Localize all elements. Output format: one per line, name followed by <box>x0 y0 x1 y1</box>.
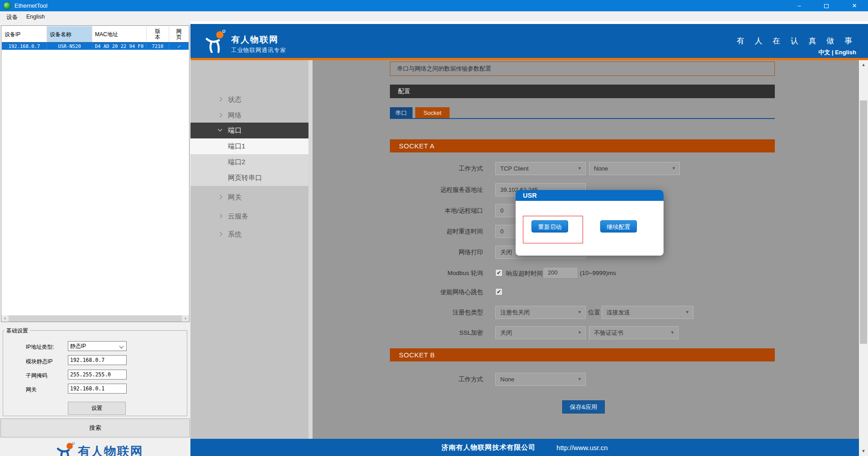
minimize-button[interactable]: – <box>786 0 813 11</box>
web-motto: 有 人 在 认 真 做 事 <box>737 36 856 46</box>
chevron-right-icon <box>218 195 223 200</box>
modbus-poll-checkbox[interactable]: ✔ <box>495 269 503 276</box>
work-mode-label: 工作方式 <box>379 165 483 173</box>
cell-mac: D4 AD 20 22 94 F0 <box>92 43 147 50</box>
dropdown-arrow-icon: ▼ <box>578 306 582 318</box>
web-nav: 状态 网络 端口 端口1 端口2 网页转串口 网关 云服务 系统 <box>190 60 308 439</box>
cell-version: 7210 <box>147 43 169 50</box>
col-header-mac[interactable]: MAC地址 <box>92 26 147 43</box>
chevron-right-icon <box>218 97 223 102</box>
socket-b-work-mode-select[interactable]: None ▼ <box>495 373 586 386</box>
tab-serial[interactable]: 串口 <box>390 107 413 119</box>
close-button[interactable]: ✕ <box>841 0 868 11</box>
basic-settings-title: 基础设置 <box>5 327 30 335</box>
web-brand: 有人物联网 <box>231 34 279 46</box>
maximize-icon <box>824 4 829 8</box>
dropdown-arrow-icon: ▼ <box>672 162 676 175</box>
continue-config-button[interactable]: 继续配置 <box>600 220 637 233</box>
vscroll-thumb[interactable] <box>860 100 867 344</box>
scroll-left-icon[interactable]: ‹ <box>1 315 9 322</box>
nav-system[interactable]: 系统 <box>190 227 308 242</box>
web-footer: 济南有人物联网技术有限公司 http://www.usr.cn <box>190 439 859 456</box>
nav-port2[interactable]: 端口2 <box>190 154 308 170</box>
gateway-label: 网关 <box>26 386 37 394</box>
device-table: 设备IP 设备名称 MAC地址 版本 网页 192.168.0.7 USR-N5… <box>1 25 190 322</box>
chevron-down-icon <box>218 127 223 132</box>
dropdown-arrow-icon: ▼ <box>685 306 689 318</box>
maximize-button[interactable] <box>813 0 840 11</box>
chevron-right-icon <box>218 232 223 237</box>
work-mode-secondary-select[interactable]: None ▼ <box>589 162 680 175</box>
table-hscrollbar[interactable]: ‹ › <box>1 315 189 322</box>
nav-cloud[interactable]: 云服务 <box>190 209 308 224</box>
heartbeat-label: 使能网络心跳包 <box>379 288 483 296</box>
ssl-verify-select[interactable]: 不验证证书 ▼ <box>589 326 678 339</box>
ip-type-select[interactable]: 静态IP <box>68 341 127 351</box>
web-vscrollbar[interactable]: ▲ ▼ <box>859 60 868 456</box>
dropdown-arrow-icon: ▼ <box>578 327 582 339</box>
col-header-device-ip[interactable]: 设备IP <box>2 26 47 43</box>
footer-company: 济南有人物联网技术有限公司 <box>441 443 536 452</box>
config-section-bar: 配置 <box>390 85 775 98</box>
scroll-right-icon[interactable]: › <box>182 315 189 322</box>
regpkt-pos-select[interactable]: 连接发送 ▼ <box>602 306 693 319</box>
scroll-up-icon[interactable]: ▲ <box>859 61 868 69</box>
regpkt-type-select[interactable]: 注册包关闭 ▼ <box>495 306 586 319</box>
page-description: 串口与网络之间的数据传输参数配置 <box>390 62 775 76</box>
heartbeat-checkbox[interactable]: ✔ <box>495 288 503 295</box>
webpage-link-icon[interactable]: ✓ <box>169 43 189 50</box>
titlebar: EthernetTool – ✕ <box>0 0 868 11</box>
local-remote-port-label: 本地/远程端口 <box>379 207 483 215</box>
static-ip-input[interactable]: 192.168.0.7 <box>68 355 127 365</box>
set-button[interactable]: 设置 <box>68 402 126 415</box>
net-print-label: 网络打印 <box>379 248 483 256</box>
nav-port[interactable]: 端口 <box>190 123 308 138</box>
dialog-title: USR <box>516 190 664 201</box>
device-row[interactable]: 192.168.0.7 USR-N520 D4 AD 20 22 94 F0 7… <box>2 43 189 50</box>
gateway-input[interactable]: 192.168.0.1 <box>68 384 127 394</box>
dropdown-arrow-icon: ▼ <box>578 373 582 385</box>
ssl-label: SSL加密 <box>379 329 483 337</box>
col-header-device-name[interactable]: 设备名称 <box>47 26 92 43</box>
menubar: 设备 English <box>0 11 868 21</box>
regpkt-type-label: 注册包类型 <box>379 309 483 317</box>
nav-web-to-serial[interactable]: 网页转串口 <box>190 170 308 186</box>
search-button[interactable]: 搜索 <box>0 418 190 437</box>
cell-device-ip: 192.168.0.7 <box>2 43 47 50</box>
modbus-range-hint: (10~9999)ms <box>580 270 616 276</box>
nav-network[interactable]: 网络 <box>190 108 308 124</box>
scroll-down-icon[interactable]: ▼ <box>859 447 868 455</box>
hscroll-thumb[interactable] <box>9 315 182 322</box>
usr-dialog: USR 重新启动 继续配置 <box>516 190 664 256</box>
footer-url[interactable]: http://www.usr.cn <box>556 444 607 451</box>
usr-logo-icon <box>56 442 77 456</box>
language-switch[interactable]: 中文 | English <box>818 48 856 57</box>
nav-status[interactable]: 状态 <box>190 92 308 108</box>
menu-device[interactable]: 设备 <box>4 13 20 22</box>
modbus-timeout-input[interactable]: 200 <box>543 267 578 279</box>
web-slogan: 工业物联网通讯专家 <box>231 47 286 54</box>
nav-scrollbar[interactable] <box>308 60 313 439</box>
tab-underline <box>390 118 775 119</box>
tab-socket[interactable]: Socket <box>415 107 450 119</box>
nav-gateway[interactable]: 网关 <box>190 190 308 205</box>
menu-english[interactable]: English <box>24 13 47 21</box>
modbus-timeout-label: 响应超时时间 <box>506 270 543 278</box>
chevron-right-icon <box>218 214 223 218</box>
web-header: 有人物联网 工业物联网通讯专家 有 人 在 认 真 做 事 中文 | Engli… <box>190 24 868 58</box>
static-ip-label: 模块静态IP <box>26 358 52 366</box>
col-header-webpage[interactable]: 网页 <box>169 26 189 43</box>
modbus-poll-label: Modbus 轮询 <box>379 269 483 277</box>
save-apply-button[interactable]: 保存&应用 <box>562 400 605 413</box>
subnet-mask-input[interactable]: 255.255.255.0 <box>68 370 127 380</box>
work-mode-select[interactable]: TCP Client ▼ <box>495 162 586 175</box>
dropdown-arrow-icon: ▼ <box>670 327 674 339</box>
select-arrow-icon <box>119 344 124 349</box>
window-title: EthernetTool <box>14 2 47 9</box>
col-header-version[interactable]: 版本 <box>147 26 169 43</box>
nav-port1[interactable]: 端口1 <box>190 138 308 154</box>
restart-button[interactable]: 重新启动 <box>531 220 568 233</box>
ssl-select[interactable]: 关闭 ▼ <box>495 326 586 339</box>
usr-logo-text: 有人物联网 <box>78 443 143 456</box>
dropdown-arrow-icon: ▼ <box>578 162 582 175</box>
